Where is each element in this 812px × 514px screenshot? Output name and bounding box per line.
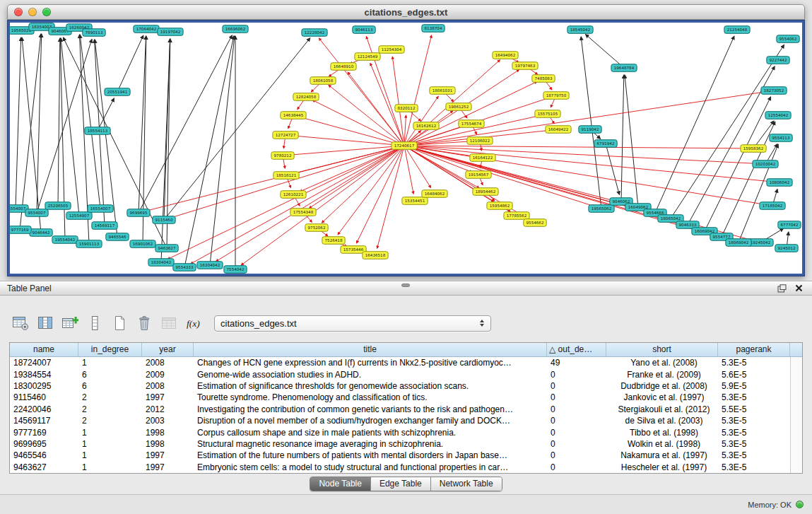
graph-node[interactable]: 18516121 — [273, 172, 299, 180]
network-canvas[interactable]: 1724061711254304121245491664891018061058… — [10, 23, 802, 274]
graph-node[interactable]: 12554042 — [765, 112, 791, 119]
graph-node[interactable]: 12124549 — [355, 53, 380, 61]
column-header-in-degree[interactable]: in_degree — [78, 343, 142, 356]
graph-node[interactable]: 18545042 — [567, 26, 593, 34]
function-builder-icon[interactable]: f(x) — [184, 314, 203, 332]
table-row[interactable]: 2242004622012Investigating the contribut… — [10, 404, 790, 415]
network-window-titlebar[interactable]: citations_edges.txt — [7, 4, 805, 20]
graph-node[interactable]: 17554348 — [290, 209, 316, 216]
graph-node[interactable]: 7554042 — [224, 266, 247, 274]
graph-node[interactable]: 14569117 — [92, 222, 117, 230]
graph-node[interactable]: 19197042 — [158, 28, 183, 36]
graph-node[interactable]: 9245012 — [775, 245, 798, 252]
graph-node[interactable]: 7890113 — [83, 29, 105, 37]
graph-node[interactable]: 17185042 — [760, 202, 785, 210]
column-header-title[interactable]: title — [194, 343, 547, 356]
graph-node[interactable]: 9119042 — [579, 126, 601, 134]
graph-node[interactable]: 9046113 — [353, 26, 375, 34]
graph-node[interactable]: 10806042 — [767, 179, 792, 187]
graph-node[interactable]: 15735446 — [341, 246, 366, 254]
graph-node[interactable]: 9752062 — [305, 224, 328, 232]
minimize-button[interactable] — [28, 8, 37, 16]
graph-node[interactable]: 18554113 — [85, 127, 110, 135]
graph-node[interactable]: 19154567 — [466, 171, 491, 179]
graph-node[interactable]: 9115460 — [153, 216, 175, 224]
graph-node[interactable]: 6777042 — [778, 221, 801, 229]
column-header-short[interactable]: short — [606, 343, 718, 356]
float-panel-icon[interactable] — [775, 283, 788, 294]
table-row[interactable]: 977716911998Corpus callosum shape and si… — [10, 426, 790, 438]
zoom-button[interactable] — [42, 8, 51, 16]
graph-node[interactable]: 12610221 — [281, 191, 306, 199]
graph-node[interactable]: 16304042 — [197, 262, 223, 269]
graph-node[interactable]: 16901062 — [130, 240, 155, 248]
delete-table-icon[interactable] — [135, 314, 153, 332]
table-row[interactable]: 1872400712008Changes of HCN gene express… — [10, 357, 790, 368]
graph-node[interactable]: 19554042 — [52, 236, 78, 244]
graph-node[interactable]: 19565062 — [589, 205, 614, 213]
table-row[interactable]: 1456911722003Disruption of a novel membe… — [10, 415, 790, 426]
new-row-icon[interactable] — [110, 314, 129, 332]
graph-node[interactable]: 19861252 — [446, 103, 471, 111]
graph-node[interactable]: 16696062 — [223, 25, 248, 33]
graph-node[interactable]: 9777169 — [10, 226, 31, 234]
graph-node[interactable]: 15575105 — [535, 110, 560, 118]
graph-node[interactable]: 9046442 — [30, 229, 52, 237]
graph-node[interactable]: 16648910 — [331, 63, 356, 71]
graph-node[interactable]: 9554062 — [777, 35, 799, 43]
graph-node[interactable]: 17785562 — [504, 212, 529, 220]
graph-node[interactable]: 12554907 — [66, 212, 92, 220]
graph-node[interactable]: 9554007 — [25, 209, 48, 217]
graph-node[interactable]: 18061031 — [430, 87, 455, 95]
graph-node[interactable]: 16049422 — [546, 126, 571, 134]
graph-node[interactable]: 6791942 — [594, 140, 617, 148]
column-header-pagerank[interactable]: pagerank — [718, 343, 790, 356]
tab-network-table[interactable]: Network Table — [431, 477, 502, 491]
graph-node[interactable]: 18954462 — [473, 188, 498, 196]
create-column-icon[interactable] — [61, 314, 79, 332]
graph-node[interactable]: 18273052 — [761, 87, 787, 95]
graph-node[interactable]: 17064042 — [134, 25, 159, 33]
graph-node[interactable]: 8320112 — [395, 105, 418, 112]
graph-node[interactable]: 7526418 — [322, 237, 345, 245]
graph-node[interactable]: 12106022 — [467, 137, 493, 145]
close-button[interactable] — [14, 8, 23, 16]
row-height-icon[interactable] — [86, 314, 104, 332]
graph-node[interactable]: 12824058 — [293, 93, 319, 101]
graph-node[interactable]: 16554007 — [88, 205, 113, 213]
table-row[interactable]: 946554611997Estimation of the future num… — [10, 450, 790, 461]
graph-node[interactable]: 15954862 — [487, 202, 512, 210]
show-columns-icon[interactable] — [36, 314, 54, 332]
graph-node[interactable]: 25206505 — [45, 202, 71, 210]
graph-node[interactable]: 18061058 — [310, 77, 336, 85]
graph-node[interactable]: 18069042 — [726, 239, 751, 247]
graph-node[interactable]: 16164122 — [470, 154, 495, 162]
graph-node[interactable]: 7485083 — [532, 75, 555, 83]
graph-node[interactable]: 9554662 — [524, 219, 546, 227]
graph-node[interactable]: 9554113 — [770, 134, 792, 142]
graph-node[interactable]: 19648784 — [611, 64, 637, 72]
table-row[interactable]: 946362711997Embryonic stem cells: a mode… — [10, 462, 790, 473]
table-select-combo[interactable]: citations_edges.txt — [214, 315, 491, 332]
graph-node[interactable]: 15354451 — [402, 197, 428, 205]
table-mode-icon[interactable] — [11, 314, 30, 332]
column-header-name[interactable]: name — [10, 343, 78, 356]
table-row[interactable]: 911546021997Tourette syndrome. Phenomeno… — [10, 392, 790, 403]
graph-node[interactable]: 14638445 — [281, 112, 306, 119]
import-table-icon[interactable] — [160, 314, 178, 332]
graph-node[interactable]: 9699695 — [127, 209, 150, 217]
column-header-year[interactable]: year — [142, 343, 194, 356]
graph-node[interactable]: 9554333 — [173, 264, 196, 271]
graph-node[interactable]: 17554674 — [459, 120, 484, 128]
graph-node[interactable]: 9463627 — [155, 245, 178, 252]
graph-node[interactable]: 16494062 — [493, 52, 518, 59]
graph-node[interactable]: 12228042 — [302, 29, 327, 37]
table-row[interactable]: 1830029562008Estimation of significance … — [10, 380, 790, 392]
graph-node[interactable]: 15901113 — [76, 240, 102, 248]
graph-node[interactable]: 9465546 — [106, 233, 129, 241]
graph-node[interactable]: 21254048 — [724, 26, 750, 34]
tab-node-table[interactable]: Node Table — [310, 477, 371, 491]
graph-node[interactable]: 18779750 — [543, 92, 569, 100]
table-row[interactable]: 1938455462009Genome-wide association stu… — [10, 368, 790, 380]
column-header-out-de[interactable]: △ out_de… — [547, 343, 606, 356]
